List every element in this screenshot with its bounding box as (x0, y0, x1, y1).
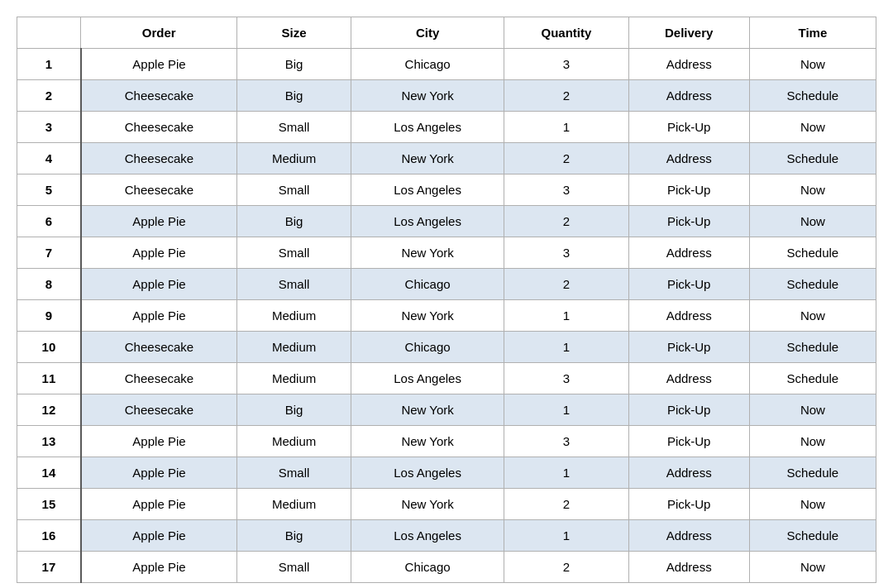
city-cell: Los Angeles (351, 520, 504, 552)
time-cell: Now (749, 394, 876, 426)
city-cell: Los Angeles (351, 206, 504, 237)
order-cell: Cheesecake (81, 174, 237, 206)
quantity-cell: 1 (504, 112, 628, 143)
column-header-city: City (351, 17, 504, 49)
row-number: 2 (17, 80, 81, 112)
size-cell: Small (237, 552, 351, 583)
time-cell: Schedule (749, 237, 876, 269)
delivery-cell: Address (628, 552, 749, 583)
size-cell: Big (237, 206, 351, 237)
delivery-cell: Pick-Up (628, 206, 749, 237)
city-cell: Chicago (351, 269, 504, 300)
quantity-cell: 3 (504, 426, 628, 457)
column-header-order: Order (81, 17, 237, 49)
time-cell: Now (749, 206, 876, 237)
city-cell: New York (351, 394, 504, 426)
delivery-cell: Address (628, 457, 749, 489)
table-body: 1Apple PieBigChicago3AddressNow2Cheeseca… (17, 49, 876, 583)
quantity-cell: 2 (504, 206, 628, 237)
delivery-cell: Address (628, 300, 749, 332)
time-cell: Now (749, 300, 876, 332)
city-cell: Los Angeles (351, 112, 504, 143)
city-cell: New York (351, 80, 504, 112)
order-cell: Apple Pie (81, 520, 237, 552)
size-cell: Medium (237, 332, 351, 363)
quantity-cell: 1 (504, 520, 628, 552)
data-table: OrderSizeCityQuantityDeliveryTime 1Apple… (17, 17, 876, 583)
quantity-cell: 2 (504, 489, 628, 520)
table-row: 8Apple PieSmallChicago2Pick-UpSchedule (17, 269, 876, 300)
table-container: OrderSizeCityQuantityDeliveryTime 1Apple… (17, 17, 876, 583)
delivery-cell: Address (628, 49, 749, 80)
delivery-cell: Address (628, 80, 749, 112)
order-cell: Apple Pie (81, 237, 237, 269)
table-row: 7Apple PieSmallNew York3AddressSchedule (17, 237, 876, 269)
size-cell: Small (237, 269, 351, 300)
size-cell: Small (237, 112, 351, 143)
time-cell: Schedule (749, 520, 876, 552)
row-number: 4 (17, 143, 81, 174)
table-row: 2CheesecakeBigNew York2AddressSchedule (17, 80, 876, 112)
quantity-cell: 2 (504, 143, 628, 174)
delivery-cell: Address (628, 143, 749, 174)
table-row: 15Apple PieMediumNew York2Pick-UpNow (17, 489, 876, 520)
row-number: 7 (17, 237, 81, 269)
size-cell: Small (237, 174, 351, 206)
order-cell: Cheesecake (81, 394, 237, 426)
table-row: 1Apple PieBigChicago3AddressNow (17, 49, 876, 80)
quantity-cell: 3 (504, 237, 628, 269)
size-cell: Big (237, 80, 351, 112)
time-cell: Now (749, 112, 876, 143)
row-number: 13 (17, 426, 81, 457)
table-row: 11CheesecakeMediumLos Angeles3AddressSch… (17, 363, 876, 394)
delivery-cell: Pick-Up (628, 269, 749, 300)
quantity-cell: 3 (504, 363, 628, 394)
size-cell: Medium (237, 143, 351, 174)
size-cell: Medium (237, 363, 351, 394)
size-cell: Medium (237, 300, 351, 332)
table-row: 17Apple PieSmallChicago2AddressNow (17, 552, 876, 583)
quantity-cell: 1 (504, 332, 628, 363)
delivery-cell: Pick-Up (628, 332, 749, 363)
quantity-cell: 1 (504, 394, 628, 426)
quantity-cell: 3 (504, 174, 628, 206)
city-cell: New York (351, 300, 504, 332)
delivery-cell: Pick-Up (628, 489, 749, 520)
row-number: 11 (17, 363, 81, 394)
column-header-quantity: Quantity (504, 17, 628, 49)
size-cell: Medium (237, 426, 351, 457)
city-cell: New York (351, 237, 504, 269)
row-number-header (17, 17, 81, 49)
city-cell: Chicago (351, 552, 504, 583)
quantity-cell: 2 (504, 80, 628, 112)
delivery-cell: Pick-Up (628, 426, 749, 457)
row-number: 10 (17, 332, 81, 363)
row-number: 12 (17, 394, 81, 426)
order-cell: Cheesecake (81, 112, 237, 143)
time-cell: Schedule (749, 332, 876, 363)
city-cell: Chicago (351, 49, 504, 80)
delivery-cell: Pick-Up (628, 174, 749, 206)
row-number: 9 (17, 300, 81, 332)
quantity-cell: 1 (504, 300, 628, 332)
size-cell: Medium (237, 489, 351, 520)
city-cell: New York (351, 426, 504, 457)
table-row: 6Apple PieBigLos Angeles2Pick-UpNow (17, 206, 876, 237)
row-number: 6 (17, 206, 81, 237)
order-cell: Apple Pie (81, 457, 237, 489)
size-cell: Small (237, 237, 351, 269)
time-cell: Now (749, 489, 876, 520)
order-cell: Apple Pie (81, 206, 237, 237)
city-cell: Los Angeles (351, 363, 504, 394)
table-row: 13Apple PieMediumNew York3Pick-UpNow (17, 426, 876, 457)
table-row: 4CheesecakeMediumNew York2AddressSchedul… (17, 143, 876, 174)
city-cell: Los Angeles (351, 174, 504, 206)
time-cell: Schedule (749, 143, 876, 174)
table-row: 9Apple PieMediumNew York1AddressNow (17, 300, 876, 332)
column-header-size: Size (237, 17, 351, 49)
row-number: 16 (17, 520, 81, 552)
time-cell: Schedule (749, 363, 876, 394)
table-row: 14Apple PieSmallLos Angeles1AddressSched… (17, 457, 876, 489)
order-cell: Cheesecake (81, 363, 237, 394)
header-row: OrderSizeCityQuantityDeliveryTime (17, 17, 876, 49)
